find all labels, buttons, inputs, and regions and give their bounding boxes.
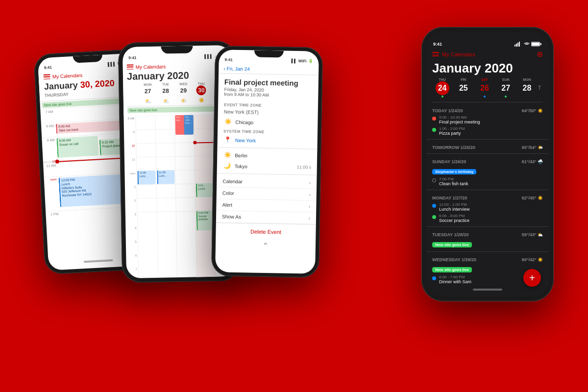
p4-new-site-wed: New site goes live <box>432 267 472 272</box>
p3-tokyo-time: 11:00 ii <box>297 165 311 170</box>
p4-event-pizza[interactable]: 1:00 - 2:00 PM Pizza party <box>432 125 543 137</box>
p4-lunch-time: 12:00 - 1:00 PM <box>439 202 470 207</box>
p4-event-fish[interactable]: 7:00 PM Clean fish tank <box>432 176 543 187</box>
notch-3 <box>254 50 284 58</box>
svg-rect-6 <box>532 43 539 46</box>
p4-fri[interactable]: FRI 25 <box>453 78 473 98</box>
p3-show-as-chevron: › <box>309 215 311 220</box>
p1-home-indicator <box>84 259 113 263</box>
p3-back-chevron: ‹ <box>223 66 225 71</box>
p4-status-time: 9:41 <box>433 42 442 47</box>
p4-thu[interactable]: THU 24 <box>432 78 452 98</box>
p4-thu-dot <box>441 96 443 98</box>
p3-calendar-label: Calendar <box>222 178 243 184</box>
p2-event-lunch-thu[interactable]: 12:0...Lunch <box>196 183 214 197</box>
p1-menu-icon[interactable] <box>44 74 51 79</box>
p4-div-5 <box>426 251 549 252</box>
p4-event-soccer[interactable]: 6:00 - 8:00 PM Soccer practice <box>432 213 543 224</box>
p3-tz-tokyo[interactable]: 🌙 Tokyo 11:00 ii <box>217 160 317 173</box>
p4-dinner-time: 6:00 - 7:00 PM <box>439 275 471 279</box>
p4-sunday-label: SUNDAY 1/26/20 <box>432 159 466 164</box>
p4-lunch-name: Lunch interview <box>439 207 470 212</box>
p4-event-lunch-interview[interactable]: 12:00 - 1:00 PM Lunch interview <box>432 201 543 213</box>
p3-back-label: Fri, Jan 24 <box>227 66 250 72</box>
p4-fab-button[interactable]: + <box>523 269 541 287</box>
p2-status-time: 9:41 <box>128 55 136 60</box>
p3-status-time: 9:41 <box>225 57 233 62</box>
p4-tuesday-header: TUESDAY 1/28/20 59°/43° ⛅ <box>432 230 543 238</box>
p3-alert-label: Alert <box>222 202 232 207</box>
p3-field-show-as[interactable]: Show As › <box>216 211 316 224</box>
p4-wifi-icon <box>524 42 530 47</box>
p2-app-title: My Calendars <box>136 64 166 70</box>
p3-tokyo-icon: 🌙 <box>223 162 232 169</box>
p4-status-icons <box>514 42 542 47</box>
p1-day-name: THURSDAY <box>45 92 69 98</box>
phone-agenda: 9:41 <box>421 27 554 301</box>
p4-sat[interactable]: SAT 26 <box>474 78 494 98</box>
p3-chicago-icon: ☀️ <box>223 118 232 125</box>
p3-newyork-label: New York <box>235 137 256 143</box>
p2-thu: THU 30 ☀️ <box>192 81 210 105</box>
p2-banner-event: New site goes live <box>127 106 228 113</box>
p4-meeting-name: Final project meeting <box>439 120 480 124</box>
phones-container: 9:41 ▌▌▌WiFi🔋 My Calendars ⊕ <box>24 12 564 380</box>
p4-new-site-tue: New site goes live <box>432 242 472 247</box>
p2-event-lunch-tue[interactable]: 11:00Lunc... <box>157 170 175 184</box>
svg-rect-2 <box>517 43 518 47</box>
p3-tokyo-label: Tokyo <box>235 163 247 169</box>
p4-soccer-time: 6:00 - 8:00 PM <box>439 214 469 218</box>
p4-fish-time: 7:00 PM <box>439 177 468 181</box>
p1-year: 2020 <box>92 78 115 89</box>
svg-rect-1 <box>516 44 517 47</box>
p4-dinner-dot <box>432 276 436 280</box>
p4-event-meeting[interactable]: 9:00 - 10:30 AM Final project meeting <box>432 114 543 125</box>
p4-meeting-time: 9:00 - 10:30 AM <box>439 115 480 120</box>
p4-section-today: TODAY 1/24/20 64°/50° ☀️ 9:00 - 10:30 AM… <box>426 104 549 138</box>
p4-menu-icon[interactable] <box>432 52 439 56</box>
p2-tue: TUE 28 ⛅ <box>157 81 175 106</box>
p2-event-lunch-mon[interactable]: 11:00Lunc... <box>137 171 155 185</box>
p4-soccer-dot <box>432 215 436 219</box>
p4-sun[interactable]: SUN 27 <box>496 78 516 98</box>
p4-dinner-name: Dinner with Sam <box>439 279 471 284</box>
p4-app-title: My Calendars <box>442 51 475 57</box>
p3-berlin-icon: ☀️ <box>223 151 232 158</box>
p4-tuesday-label: TUESDAY 1/28/20 <box>432 232 469 237</box>
p4-div-1 <box>426 139 549 140</box>
p4-today-header: TODAY 1/24/20 64°/50° ☀️ <box>432 106 543 114</box>
phone4-screen: 9:41 <box>426 32 549 296</box>
p3-delete-button[interactable]: Delete Event <box>216 222 316 241</box>
p4-div-3 <box>426 190 549 190</box>
p4-monday-header: MONDAY 1/27/20 62°/45° ☀️ <box>432 194 543 201</box>
p1-month-label: January <box>44 80 80 92</box>
p4-div-4 <box>426 226 549 227</box>
p3-color-chevron: › <box>309 192 311 197</box>
svg-rect-0 <box>514 45 515 47</box>
p4-soccer-name: Soccer practice <box>439 218 469 223</box>
p3-berlin-label: Berlin <box>235 152 247 158</box>
p2-menu-icon[interactable] <box>127 65 134 70</box>
p4-pizza-dot <box>432 128 436 132</box>
p4-month-title: January 2020 <box>432 61 543 76</box>
p3-tz-newyork[interactable]: 📍 New York <box>218 134 318 147</box>
p4-today-label: TODAY 1/24/20 <box>432 108 463 113</box>
p4-fish-dot <box>432 178 436 182</box>
p4-new-site-tue-row: New site goes live <box>432 238 543 249</box>
p4-sunday-header: SUNDAY 1/26/20 61°/43° 🌧️ <box>432 157 543 165</box>
p1-app-title-text: My Calendars <box>52 72 82 79</box>
p3-newyork-icon: 📍 <box>223 136 232 143</box>
p4-tuesday-weather: 59°/43° ⛅ <box>522 232 543 237</box>
p3-field-color[interactable]: Color › <box>217 187 317 201</box>
p4-more-days: T <box>538 78 543 98</box>
p1-event-susan[interactable]: 9:00 AMSusan on call <box>56 136 98 157</box>
p3-event-title: Final project meeting <box>219 74 318 89</box>
p3-field-alert[interactable]: Alert › <box>216 199 316 213</box>
p1-status-time: 9:41 <box>44 65 52 70</box>
p3-field-calendar[interactable]: Calendar › <box>217 175 317 189</box>
p4-search-icon[interactable]: ⊕ <box>537 49 543 59</box>
p4-mon[interactable]: MON 28 <box>517 78 537 98</box>
p2-event-wed2[interactable]: 8:0...10K...Fun... <box>184 115 194 134</box>
p3-event-date: Friday, Jan 24, 2020from 9 AM to 10:30 A… <box>218 87 318 101</box>
p4-lunch-dot <box>432 204 436 208</box>
